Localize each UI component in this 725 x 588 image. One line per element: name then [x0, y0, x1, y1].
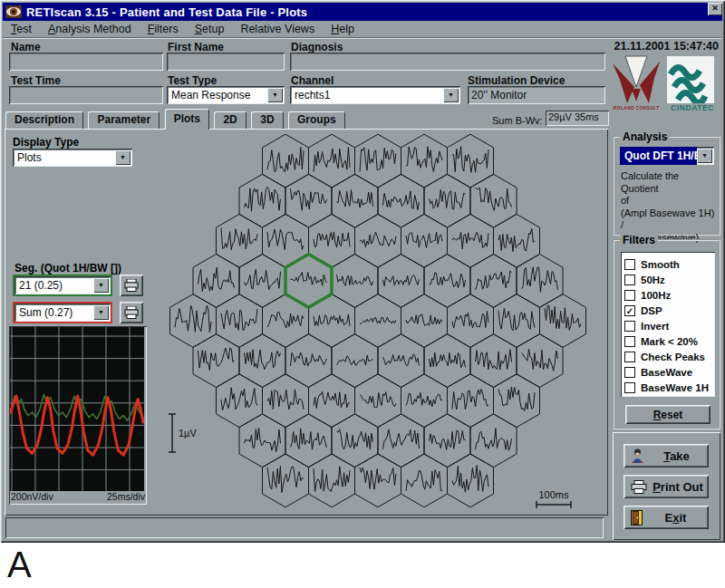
print-sum-button[interactable] [120, 302, 143, 323]
tab-description[interactable]: Description [5, 111, 83, 130]
svg-text:1µV: 1µV [179, 428, 197, 439]
print-out-button[interactable]: Print Out [624, 475, 709, 498]
printer-icon [124, 279, 139, 292]
cindatec-caption: CINDATEC [667, 103, 718, 112]
action-button-panel: Take Print Out Exit [613, 432, 720, 540]
filters-title: Filters [620, 234, 658, 246]
channel-select[interactable]: rechts1 ▼ [290, 86, 460, 104]
filter-mark-20[interactable]: Mark < 20% [624, 333, 715, 349]
chevron-down-icon[interactable]: ▼ [115, 150, 130, 165]
app-window: RETIscan 3.15 - Patient and Test Data Fi… [0, 0, 725, 543]
stim-device-label: Stimulation Device [468, 74, 565, 87]
filter-list: Smooth 50Hz 100Hz ✓DSP Invert Mark < 20%… [621, 252, 715, 397]
sum-bwv-label: Sum B-Wv: [492, 115, 543, 126]
chevron-down-icon[interactable]: ▼ [267, 88, 283, 102]
filter-smooth[interactable]: Smooth [624, 256, 715, 272]
print-segment-button[interactable] [120, 275, 143, 296]
filter-basewave[interactable]: BaseWave [624, 364, 715, 380]
exit-button[interactable]: Exit [624, 506, 709, 529]
channel-label: Channel [291, 74, 334, 87]
roland-consult-caption: ROLAND CONSULT [611, 105, 662, 111]
menu-test[interactable]: Test [3, 21, 40, 37]
tab-3d[interactable]: 3D [251, 111, 283, 130]
checkbox[interactable] [624, 259, 635, 270]
filter-100hz[interactable]: 100Hz [624, 287, 715, 303]
tab-groups[interactable]: Groups [288, 111, 345, 130]
title-bar: RETIscan 3.15 - Patient and Test Data Fi… [3, 3, 722, 21]
menu-filters[interactable]: Filters [140, 21, 187, 37]
menu-relative-views[interactable]: Relative Views [232, 21, 323, 37]
app-eye-icon [5, 5, 22, 18]
checkbox[interactable] [624, 275, 635, 285]
highlighted-hex-segment [285, 255, 332, 308]
chevron-down-icon[interactable]: ▼ [93, 278, 109, 293]
person-icon [631, 448, 644, 464]
menu-help[interactable]: Help [323, 21, 362, 37]
close-button[interactable]: ✕ [708, 3, 722, 15]
sum-bwv-value: 29µV 35ms [546, 111, 609, 126]
door-icon [631, 510, 643, 525]
analysis-description: Calculate the Quotient of (Ampl Basewave… [621, 170, 717, 244]
mferg-hex-array[interactable]: 1µV100ms [151, 130, 606, 515]
analysis-title: Analysis [620, 130, 670, 143]
chevron-down-icon[interactable]: ▼ [697, 149, 712, 163]
segment-select-primary[interactable]: 21 (0.25) ▼ [13, 275, 112, 296]
figure-panel-label: A [7, 545, 32, 585]
tab-plots[interactable]: Plots [165, 109, 209, 130]
diagnosis-label: Diagnosis [291, 41, 343, 53]
cindatec-logo: CINDATEC [667, 56, 718, 116]
display-type-select[interactable]: Plots ▼ [13, 149, 132, 167]
chevron-down-icon[interactable]: ▼ [93, 305, 109, 320]
printer-icon [631, 480, 647, 494]
filters-group: Filters Smooth 50Hz 100Hz ✓DSP Invert Ma… [613, 239, 720, 429]
checkbox[interactable] [624, 321, 635, 332]
checkbox[interactable] [624, 336, 635, 347]
first-name-input[interactable] [167, 53, 285, 71]
filter-dsp[interactable]: ✓DSP [624, 303, 715, 318]
y-scale-label: 200nV/div [11, 491, 53, 503]
test-time-input[interactable] [9, 86, 163, 104]
first-name-label: First Name [168, 41, 224, 53]
checkbox[interactable] [624, 367, 635, 378]
analysis-group: Analysis Quot DFT 1H/B ▼ Calculate the Q… [613, 136, 720, 236]
svg-text:100ms: 100ms [538, 489, 569, 500]
display-type-label: Display Type [13, 136, 79, 149]
menu-bar: Test Analysis Method Filters Setup Relat… [3, 21, 722, 38]
chevron-down-icon[interactable]: ▼ [443, 88, 459, 102]
roland-consult-logo: ROLAND CONSULT [611, 54, 662, 116]
analysis-select[interactable]: Quot DFT 1H/B ▼ [620, 147, 714, 165]
take-button[interactable]: Take [624, 444, 709, 468]
test-type-label: Test Type [168, 74, 217, 87]
test-type-select[interactable]: Mean Response ▼ [167, 86, 285, 104]
checkbox[interactable] [624, 290, 635, 301]
tab-2d[interactable]: 2D [214, 111, 246, 130]
status-bar [5, 517, 604, 538]
printer-icon [124, 306, 139, 319]
reset-button[interactable]: Reset [625, 405, 710, 424]
checkbox-checked[interactable]: ✓ [624, 305, 635, 316]
checkbox[interactable] [624, 382, 635, 393]
name-input[interactable] [9, 53, 163, 71]
segment-label: Seg. (Quot 1H/BW []) [14, 262, 121, 275]
segment-select-secondary[interactable]: Sum (0.27) ▼ [13, 302, 112, 323]
diagnosis-input[interactable] [290, 53, 605, 71]
plots-page: Display Type Plots ▼ Seg. (Quot 1H/BW []… [5, 129, 608, 516]
name-label: Name [11, 41, 41, 53]
tab-parameter[interactable]: Parameter [88, 111, 160, 130]
filter-50hz[interactable]: 50Hz [624, 272, 715, 287]
checkbox[interactable] [624, 352, 635, 362]
filter-invert[interactable]: Invert [624, 318, 715, 333]
segment-waveform-plot: 200nV/div 25ms/div [9, 326, 147, 505]
filter-check-peaks[interactable]: Check Peaks [624, 349, 715, 364]
test-time-label: Test Time [11, 74, 61, 87]
waveform-canvas [10, 327, 144, 491]
menu-setup[interactable]: Setup [187, 21, 233, 37]
menu-analysis-method[interactable]: Analysis Method [40, 21, 140, 37]
window-title: RETIscan 3.15 - Patient and Test Data Fi… [26, 5, 307, 19]
x-scale-label: 25ms/div [107, 491, 145, 503]
filter-basewave-1h[interactable]: BaseWave 1H [624, 380, 715, 395]
datetime-display: 21.11.2001 15:47:40 [614, 40, 719, 53]
stim-device-field[interactable]: 20'' Monitor [468, 86, 605, 104]
